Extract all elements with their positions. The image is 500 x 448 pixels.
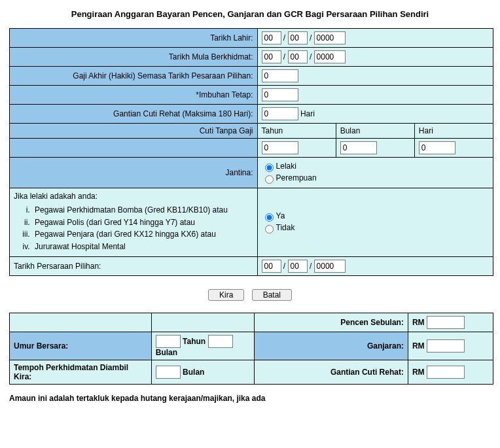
- cell-ya-tidak: Ya Tidak: [257, 188, 493, 257]
- footer-note: Amaun ini adalah tertakluk kepada hutang…: [9, 394, 493, 403]
- tempoh-bulan-input[interactable]: [156, 366, 181, 379]
- pencen-rm-input[interactable]: [427, 316, 465, 329]
- cell-pencen-value: RM: [408, 313, 493, 332]
- header-hari: Hari: [414, 124, 493, 139]
- jika-list: Pegawai Perkhidmatan Bomba (Gred KB11/KB…: [14, 205, 253, 252]
- persaraan-day-input[interactable]: [262, 260, 281, 273]
- gcr-rm-label: RM: [412, 368, 425, 377]
- radio-tidak-label: Tidak: [276, 223, 295, 232]
- ctg-bulan-input[interactable]: [340, 141, 377, 154]
- persaraan-year-input[interactable]: [314, 260, 346, 273]
- label-tarikh-mula: Tarikh Mula Berkhidmat:: [10, 48, 258, 67]
- cell-jika-lelaki: Jika lelaki adakah anda: Pegawai Perkhid…: [10, 188, 258, 257]
- mula-day-input[interactable]: [262, 50, 281, 63]
- batal-button[interactable]: Batal: [252, 289, 292, 301]
- jika-item-1: Pegawai Perkhidmatan Bomba (Gred KB11/KB…: [32, 205, 253, 216]
- header-bulan: Bulan: [336, 124, 414, 139]
- label-tempoh: Tempoh Perkhidmatan Diambil Kira:: [10, 360, 152, 384]
- cell-tarikh-mula: / /: [257, 48, 493, 67]
- label-tarikh-lahir: Tarikh Lahir:: [10, 29, 258, 48]
- ganjaran-rm-input[interactable]: [427, 339, 465, 353]
- imbuhan-input[interactable]: [262, 88, 298, 101]
- radio-ya[interactable]: [265, 213, 274, 222]
- label-gcr: Gantian Cuti Rehat (Maksima 180 Hari):: [10, 105, 258, 124]
- umur-tahun-label: Tahun: [183, 337, 205, 346]
- ctg-blank: [10, 139, 258, 158]
- jika-header: Jika lelaki adakah anda:: [14, 192, 98, 201]
- label-gaji-akhir: Gaji Akhir (Hakiki) Semasa Tarikh Pesara…: [10, 67, 258, 86]
- cell-ganjaran-value: RM: [408, 332, 493, 360]
- lahir-day-input[interactable]: [262, 31, 281, 44]
- jika-item-2: Pegawai Polis (dari Gred Y14 hingga Y7) …: [32, 217, 253, 228]
- label-ganjaran: Ganjaran:: [255, 332, 408, 360]
- cell-jantina: Lelaki Perempuan: [257, 158, 493, 188]
- page-title: Pengiraan Anggaran Bayaran Pencen, Ganja…: [9, 9, 491, 19]
- gcr-rm-input[interactable]: [427, 366, 465, 379]
- button-row: Kira Batal: [9, 289, 491, 301]
- kira-button[interactable]: Kira: [208, 289, 244, 301]
- cell-tarikh-persaraan: / /: [257, 256, 493, 275]
- jika-item-4: Jururawat Hospital Mental: [32, 241, 253, 252]
- umur-bulan-label: Bulan: [156, 348, 177, 357]
- r1c2-blank: [151, 313, 255, 332]
- ganjaran-rm-label: RM: [412, 341, 425, 351]
- cell-tempoh-value: Bulan: [151, 360, 255, 384]
- umur-bulan-input[interactable]: [208, 335, 233, 348]
- cell-gaji-akhir: [257, 67, 493, 86]
- header-tahun: Tahun: [257, 124, 336, 139]
- ctg-tahun-input[interactable]: [262, 141, 298, 154]
- gaji-akhir-input[interactable]: [262, 69, 298, 82]
- radio-perempuan[interactable]: [265, 175, 274, 184]
- cell-tarikh-lahir: / /: [257, 29, 493, 48]
- persaraan-month-input[interactable]: [288, 260, 308, 273]
- lahir-year-input[interactable]: [314, 31, 346, 44]
- cell-gcr-value: RM: [408, 360, 493, 384]
- cell-umur-value: Tahun Bulan: [151, 332, 255, 360]
- tempoh-bulan-label: Bulan: [183, 368, 204, 377]
- radio-tidak[interactable]: [265, 225, 274, 233]
- mula-year-input[interactable]: [314, 50, 346, 63]
- label-pencen-sebulan: Pencen Sebulan:: [255, 313, 408, 332]
- gcr-input[interactable]: [262, 107, 298, 120]
- lahir-month-input[interactable]: [288, 31, 308, 44]
- cell-gcr: Hari: [257, 105, 493, 124]
- label-gantian-cuti: Gantian Cuti Rehat:: [255, 360, 408, 384]
- radio-ya-label: Ya: [276, 211, 285, 220]
- label-umur-bersara: Umur Bersara:: [10, 332, 152, 360]
- gcr-unit-label: Hari: [300, 109, 315, 118]
- input-form-table: Tarikh Lahir: / / Tarikh Mula Berkhidmat…: [9, 28, 493, 276]
- mula-month-input[interactable]: [288, 50, 308, 63]
- r1c1-blank: [10, 313, 152, 332]
- radio-lelaki[interactable]: [265, 164, 274, 172]
- label-cuti-tanpa-gaji: Cuti Tanpa Gaji: [10, 124, 258, 139]
- result-table: Pencen Sebulan: RM Umur Bersara: Tahun B…: [9, 313, 493, 385]
- ctg-hari-input[interactable]: [419, 141, 455, 154]
- cell-ctg-hari: [414, 139, 493, 158]
- pencen-rm-label: RM: [412, 318, 425, 327]
- label-imbuhan: *Imbuhan Tetap:: [10, 86, 258, 105]
- label-tarikh-persaraan: Tarikh Persaraan Pilihan:: [10, 256, 258, 275]
- cell-ctg-bulan: [336, 139, 414, 158]
- umur-tahun-input[interactable]: [156, 335, 181, 348]
- radio-perempuan-label: Perempuan: [276, 173, 317, 182]
- radio-lelaki-label: Lelaki: [276, 162, 296, 171]
- jika-item-3: Pegawai Penjara (dari Gred KX12 hingga K…: [32, 229, 253, 240]
- cell-ctg-tahun: [257, 139, 336, 158]
- label-jantina: Jantina:: [10, 158, 258, 188]
- cell-imbuhan: [257, 86, 493, 105]
